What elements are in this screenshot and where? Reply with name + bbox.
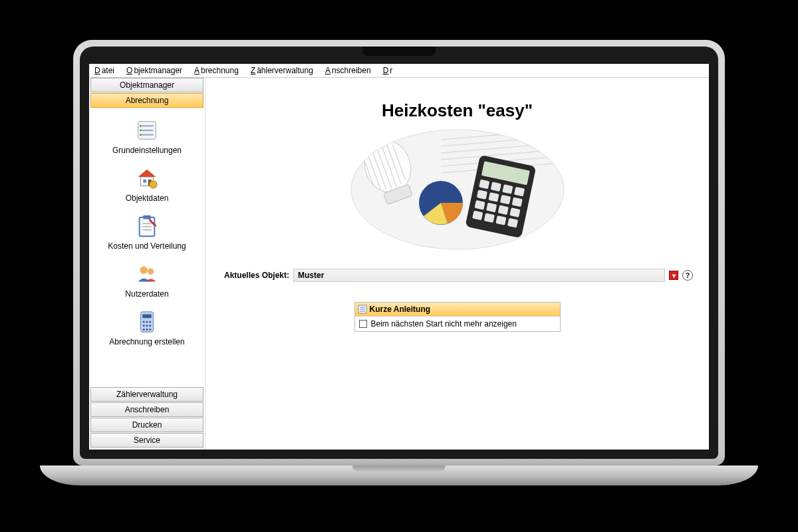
nav-service[interactable]: Service: [90, 433, 203, 448]
hero-illustration: [348, 126, 567, 253]
sidebar-item-abrechnung-erstellen[interactable]: Abrechnung erstellen: [89, 305, 205, 353]
camera-notch: [362, 47, 436, 56]
sidebar-top-nav: Objektmanager Abrechnung: [89, 78, 205, 108]
nav-drucken[interactable]: Drucken: [90, 418, 203, 432]
svg-point-28: [143, 329, 145, 331]
svg-point-29: [146, 329, 148, 331]
sidebar-items: Grundeinstellungen Objektdaten: [89, 108, 205, 356]
checklist-icon: [134, 118, 160, 143]
svg-point-26: [146, 325, 148, 327]
quick-guide-title: Kurze Anleitung: [370, 305, 431, 314]
calculator-icon: [134, 309, 160, 334]
page-title: Heizkosten "easy": [221, 100, 693, 121]
sidebar-item-label: Nutzerdaten: [92, 289, 202, 299]
nav-zaehlerverwaltung[interactable]: Zählerverwaltung: [90, 387, 203, 402]
svg-point-22: [143, 321, 145, 323]
quick-guide-box: Kurze Anleitung Beim nächsten Start nich…: [354, 302, 561, 332]
hide-on-start-row: Beim nächsten Start nicht mehr anzeigen: [355, 317, 560, 331]
sidebar-item-grundeinstellungen[interactable]: Grundeinstellungen: [89, 114, 205, 162]
hide-on-start-label: Beim nächsten Start nicht mehr anzeigen: [371, 319, 517, 329]
guide-icon: [358, 305, 367, 314]
svg-point-23: [146, 321, 148, 323]
sidebar-item-kosten[interactable]: Kosten und Verteilung: [89, 209, 205, 257]
help-icon[interactable]: ?: [682, 270, 693, 281]
menu-abrechnung[interactable]: Abrechnung: [193, 65, 241, 76]
screen: Datei Objektmanager Abrechnung Zählerver…: [89, 64, 709, 450]
app-body: Objektmanager Abrechnung Grundeinstellun…: [89, 78, 709, 450]
laptop-base: [40, 466, 758, 485]
svg-point-4: [140, 125, 142, 127]
sidebar-bottom-nav: Zählerverwaltung Anschreiben Drucken Ser…: [89, 387, 205, 450]
house-icon: [134, 166, 160, 191]
current-object-label: Aktuelles Objekt:: [224, 271, 289, 280]
svg-point-11: [150, 181, 157, 188]
people-icon: [134, 261, 160, 287]
svg-point-19: [148, 268, 154, 275]
object-dropdown-button[interactable]: ▾: [669, 271, 678, 280]
app-window: Datei Objektmanager Abrechnung Zählerver…: [89, 64, 709, 450]
main-panel: Heizkosten "easy": [205, 78, 709, 450]
sidebar-item-label: Abrechnung erstellen: [92, 337, 202, 346]
screen-bezel: Datei Objektmanager Abrechnung Zählerver…: [80, 47, 718, 459]
quick-guide-button[interactable]: Kurze Anleitung: [355, 303, 560, 317]
svg-point-5: [140, 129, 142, 131]
svg-rect-21: [142, 315, 151, 319]
menubar: Datei Objektmanager Abrechnung Zählerver…: [89, 64, 709, 78]
nav-objektmanager[interactable]: Objektmanager: [90, 78, 203, 92]
current-object-row: Aktuelles Objekt: Muster ▾ ?: [224, 269, 693, 282]
menu-drucken[interactable]: Dr: [382, 65, 396, 76]
sidebar-item-nutzerdaten[interactable]: Nutzerdaten: [89, 257, 205, 305]
nav-anschreiben[interactable]: Anschreiben: [90, 402, 203, 417]
svg-point-27: [149, 325, 151, 327]
svg-rect-9: [143, 180, 146, 183]
nav-abrechnung[interactable]: Abrechnung: [90, 93, 203, 108]
menu-datei[interactable]: Datei: [93, 65, 117, 76]
clipboard-icon: [134, 213, 160, 239]
laptop-frame: Datei Objektmanager Abrechnung Zählerver…: [73, 40, 725, 492]
sidebar-item-label: Grundeinstellungen: [92, 146, 202, 155]
menu-objektmanager[interactable]: Objektmanager: [125, 65, 185, 76]
sidebar-item-label: Objektdaten: [92, 194, 202, 203]
laptop-lid: Datei Objektmanager Abrechnung Zählerver…: [73, 40, 725, 466]
svg-point-24: [149, 321, 151, 323]
svg-point-6: [140, 134, 142, 136]
sidebar-item-objektdaten[interactable]: Objektdaten: [89, 162, 205, 209]
svg-point-18: [140, 267, 148, 274]
menu-anschreiben[interactable]: Anschreiben: [324, 65, 374, 76]
svg-point-30: [149, 329, 151, 331]
svg-point-25: [143, 325, 145, 327]
sidebar: Objektmanager Abrechnung Grundeinstellun…: [89, 78, 205, 450]
hide-on-start-checkbox[interactable]: [359, 320, 367, 328]
svg-marker-7: [138, 170, 156, 177]
current-object-field[interactable]: Muster: [293, 269, 665, 282]
menu-zaehlerverwaltung[interactable]: Zählerverwaltung: [249, 65, 316, 76]
sidebar-item-label: Kosten und Verteilung: [92, 241, 202, 251]
